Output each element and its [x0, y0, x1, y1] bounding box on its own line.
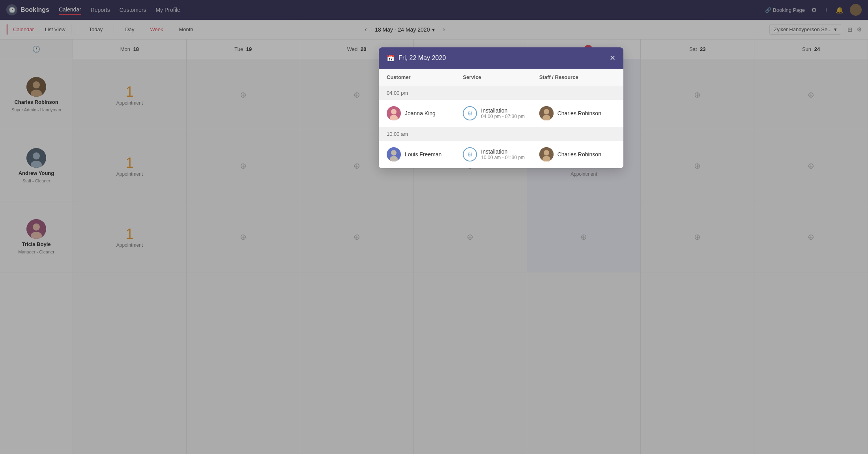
service-info-2: Installation 10:00 am - 01:30 pm	[481, 148, 525, 160]
appointment-row-louis[interactable]: Louis Freeman ⚙ Installation 10:00 am - …	[379, 141, 623, 168]
customer-cell-louis: Louis Freeman	[387, 147, 463, 161]
modal-header: 📅 Fri, 22 May 2020 ✕	[379, 47, 623, 69]
modal-close-button[interactable]: ✕	[610, 54, 615, 62]
staff-name-2: Charles Robinson	[557, 151, 601, 158]
service-name-2: Installation	[481, 148, 525, 155]
svg-point-19	[544, 150, 549, 156]
service-cell-1: ⚙ Installation 04:00 pm - 07:30 pm	[463, 106, 539, 120]
staff-cell-2: Charles Robinson	[539, 147, 615, 161]
modal-table-header: Customer Service Staff / Resource	[379, 69, 623, 86]
staff-mini-avatar-2	[539, 147, 554, 161]
modal-overlay[interactable]: 📅 Fri, 22 May 2020 ✕ Customer Service St…	[0, 0, 868, 454]
customer-avatar-louis	[387, 147, 401, 161]
col-header-customer: Customer	[387, 74, 463, 80]
service-icon-2: ⚙	[463, 147, 477, 161]
time-section-1: 04:00 pm	[379, 86, 623, 100]
customer-avatar-joanna	[387, 106, 401, 120]
appointments-modal: 📅 Fri, 22 May 2020 ✕ Customer Service St…	[379, 47, 623, 168]
col-header-staff: Staff / Resource	[539, 74, 615, 80]
staff-cell-1: Charles Robinson	[539, 106, 615, 120]
service-time-1: 04:00 pm - 07:30 pm	[481, 114, 525, 119]
appointment-row-joanna[interactable]: Joanna King ⚙ Installation 04:00 pm - 07…	[379, 100, 623, 127]
calendar-icon: 📅	[387, 54, 395, 62]
staff-name-1: Charles Robinson	[557, 110, 601, 116]
customer-name-joanna: Joanna King	[405, 110, 436, 116]
col-header-service: Service	[463, 74, 539, 80]
svg-point-13	[544, 109, 549, 114]
service-time-2: 10:00 am - 01:30 pm	[481, 155, 525, 160]
service-name-1: Installation	[481, 107, 525, 114]
customer-name-louis: Louis Freeman	[405, 151, 441, 158]
modal-title: 📅 Fri, 22 May 2020	[387, 54, 446, 62]
svg-point-10	[391, 109, 397, 114]
svg-point-16	[391, 150, 397, 156]
customer-cell-joanna: Joanna King	[387, 106, 463, 120]
service-cell-2: ⚙ Installation 10:00 am - 01:30 pm	[463, 147, 539, 161]
staff-mini-avatar-1	[539, 106, 554, 120]
time-section-2: 10:00 am	[379, 127, 623, 141]
service-info-1: Installation 04:00 pm - 07:30 pm	[481, 107, 525, 119]
service-icon-1: ⚙	[463, 106, 477, 120]
